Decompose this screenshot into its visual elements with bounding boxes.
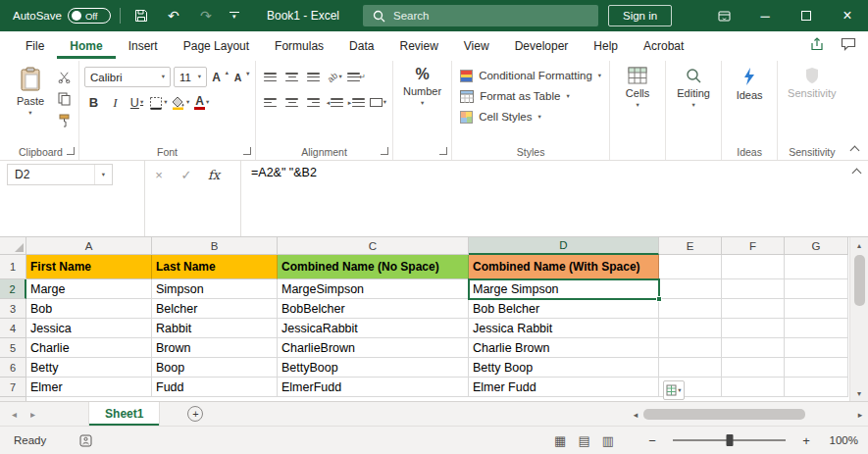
- ribbon-tab-page-layout[interactable]: Page Layout: [171, 31, 262, 59]
- cell-E6[interactable]: [659, 358, 722, 378]
- cell-C4[interactable]: JessicaRabbit: [278, 319, 469, 338]
- cell-C6[interactable]: BettyBoop: [278, 358, 469, 378]
- fill-handle[interactable]: [656, 296, 662, 302]
- cell-A5[interactable]: Charlie: [26, 338, 152, 358]
- column-header-C[interactable]: C: [278, 237, 469, 255]
- decrease-font-size-button[interactable]: A▾: [231, 68, 250, 86]
- orientation-button[interactable]: ab▾: [326, 68, 344, 86]
- cell-F6[interactable]: [722, 358, 785, 378]
- borders-button[interactable]: ▾: [149, 93, 168, 112]
- vertical-scroll-thumb[interactable]: [854, 255, 865, 306]
- zoom-level[interactable]: 100%: [825, 434, 858, 446]
- ribbon-display-options-button[interactable]: [703, 0, 744, 31]
- cell-A1[interactable]: First Name: [26, 255, 152, 279]
- ribbon-tab-acrobat[interactable]: Acrobat: [631, 31, 696, 59]
- cell-D3[interactable]: Bob Belcher: [469, 299, 659, 319]
- merge-center-button[interactable]: ▾: [369, 93, 387, 112]
- row-header-5[interactable]: 5: [0, 338, 26, 358]
- sensitivity-button[interactable]: Sensitivity: [783, 63, 842, 99]
- ribbon-tab-developer[interactable]: Developer: [502, 31, 582, 59]
- ribbon-tab-view[interactable]: View: [451, 31, 502, 59]
- ribbon-tab-data[interactable]: Data: [336, 31, 386, 59]
- font-color-button[interactable]: A ▾: [192, 93, 211, 112]
- column-header-G[interactable]: G: [785, 237, 848, 255]
- zoom-out-button[interactable]: −: [645, 433, 659, 448]
- cell-B3[interactable]: Belcher: [152, 299, 278, 319]
- row-header-6[interactable]: 6: [0, 358, 26, 378]
- customize-quick-access-toolbar-button[interactable]: ▾: [227, 7, 242, 25]
- zoom-slider[interactable]: [673, 439, 786, 441]
- cut-button[interactable]: [55, 68, 74, 86]
- comments-button[interactable]: [841, 37, 856, 54]
- cell-F5[interactable]: [722, 338, 785, 358]
- cell-F3[interactable]: [722, 299, 785, 319]
- editing-button[interactable]: Editing ▾: [671, 63, 716, 109]
- accessibility-button[interactable]: [79, 434, 92, 447]
- insert-function-button[interactable]: fx: [200, 164, 228, 185]
- ribbon-tab-file[interactable]: File: [13, 31, 57, 59]
- cell-D4[interactable]: Jessica Rabbit: [469, 319, 659, 338]
- previous-sheet-arrow[interactable]: ◂: [12, 409, 17, 420]
- new-sheet-button[interactable]: +: [187, 406, 203, 422]
- italic-button[interactable]: I: [106, 93, 125, 112]
- autosave-toggle[interactable]: AutoSave Off: [13, 8, 111, 24]
- name-box-chevron[interactable]: ▾: [94, 165, 112, 184]
- save-button[interactable]: [129, 3, 153, 28]
- row-header-3[interactable]: 3: [0, 299, 26, 319]
- cell-C7[interactable]: ElmerFudd: [278, 378, 469, 397]
- page-break-view-button[interactable]: ▥: [602, 434, 614, 447]
- cell-G3[interactable]: [785, 299, 848, 319]
- cell-B1[interactable]: Last Name: [152, 255, 278, 279]
- ideas-button[interactable]: Ideas: [727, 63, 772, 101]
- collapse-ribbon-button[interactable]: [850, 146, 860, 156]
- minimize-button[interactable]: ─: [744, 0, 786, 31]
- underline-button[interactable]: U▾: [128, 93, 146, 112]
- zoom-in-button[interactable]: +: [799, 433, 813, 448]
- cell-G1[interactable]: [785, 255, 848, 279]
- horizontal-scroll-thumb[interactable]: [643, 409, 805, 420]
- cell-C5[interactable]: CharlieBrown: [278, 338, 469, 358]
- normal-view-button[interactable]: ▦: [554, 434, 566, 447]
- cell-E4[interactable]: [659, 319, 722, 338]
- cell-B2[interactable]: Simpson: [152, 279, 278, 299]
- cell-B6[interactable]: Boop: [152, 358, 278, 378]
- column-header-E[interactable]: E: [659, 237, 722, 255]
- page-layout-view-button[interactable]: ▤: [578, 434, 589, 447]
- align-right-button[interactable]: [304, 93, 323, 112]
- font-size-select[interactable]: 11 ▾: [174, 67, 207, 87]
- cell-A6[interactable]: Betty: [26, 358, 152, 378]
- scroll-left-arrow[interactable]: ◂: [628, 410, 643, 420]
- cells-button[interactable]: Cells ▾: [615, 63, 660, 109]
- ribbon-tab-formulas[interactable]: Formulas: [262, 31, 336, 59]
- cell-D6[interactable]: Betty Boop: [469, 358, 659, 378]
- fill-color-button[interactable]: ▾: [171, 93, 189, 112]
- decrease-indent-button[interactable]: ◂: [326, 93, 344, 112]
- cancel-button[interactable]: ×: [145, 164, 173, 185]
- column-header-B[interactable]: B: [152, 237, 278, 255]
- cell-E2[interactable]: [659, 279, 722, 299]
- row-header-7[interactable]: 7: [0, 378, 26, 397]
- column-header-D[interactable]: D: [469, 237, 659, 255]
- name-box[interactable]: D2 ▾: [7, 164, 113, 185]
- cell-A3[interactable]: Bob: [26, 299, 152, 319]
- paste-button[interactable]: Paste ▾: [8, 63, 53, 117]
- copy-button[interactable]: [55, 89, 74, 108]
- ribbon-tab-home[interactable]: Home: [57, 31, 115, 59]
- cell-F1[interactable]: [722, 255, 785, 279]
- share-button[interactable]: [809, 37, 825, 54]
- cell-C1[interactable]: Combined Name (No Space): [278, 255, 469, 279]
- autosave-switch[interactable]: Off: [68, 8, 111, 24]
- increase-font-size-button[interactable]: A▴: [210, 68, 229, 86]
- alignment-dialog-launcher[interactable]: [381, 147, 388, 155]
- maximize-button[interactable]: [786, 0, 827, 31]
- number-format-button[interactable]: % Number ▾: [398, 63, 446, 107]
- horizontal-scrollbar[interactable]: ◂ ▸: [628, 403, 868, 426]
- zoom-slider-thumb[interactable]: [726, 434, 733, 446]
- wrap-text-button[interactable]: ↵: [347, 68, 366, 86]
- select-all-button[interactable]: [0, 237, 26, 255]
- ribbon-tab-insert[interactable]: Insert: [116, 31, 171, 59]
- cell-D2[interactable]: Marge Simpson: [469, 279, 659, 299]
- middle-align-button[interactable]: [282, 68, 301, 86]
- scroll-up-arrow[interactable]: ▴: [850, 237, 868, 253]
- redo-button[interactable]: ↷: [194, 3, 218, 28]
